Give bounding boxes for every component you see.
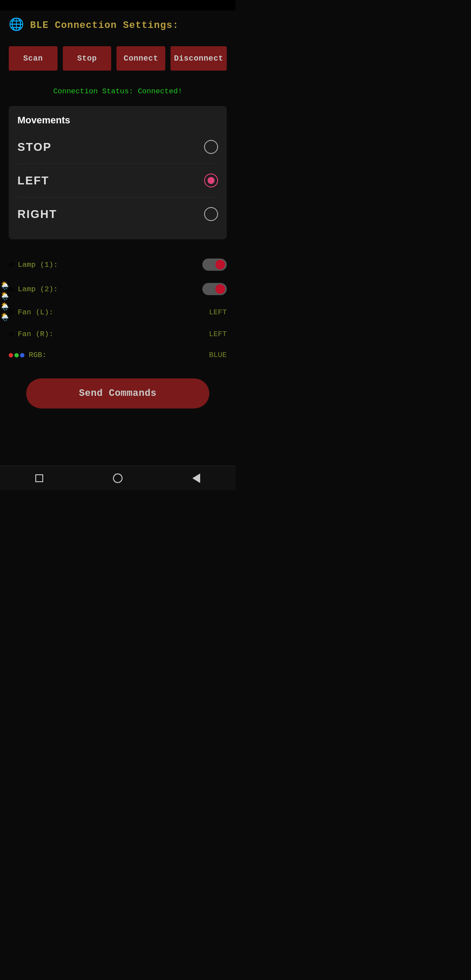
ble-buttons-row: Scan Stop Connect Disconnect <box>0 36 236 79</box>
fan-r-gear-icon: ⚙️ <box>9 329 14 339</box>
fan-l-label-wrap: ⚙️ Fan (L): <box>9 307 53 317</box>
lamp1-toggle-thumb <box>215 260 225 269</box>
disconnect-button[interactable]: Disconnect <box>171 46 227 71</box>
rgb-dots-icon <box>9 353 24 357</box>
lamp1-row: ⚙️ Lamp (1): <box>9 252 227 277</box>
nav-stop-button[interactable] <box>30 469 49 488</box>
movement-stop-row[interactable]: STOP <box>17 130 218 164</box>
globe-icon: 🌐 <box>9 19 24 31</box>
movement-left-row[interactable]: LEFT <box>17 164 218 197</box>
movement-left-label: LEFT <box>17 174 49 187</box>
movements-title: Movements <box>17 115 218 126</box>
fan-r-row: ⚙️ Fan (R): LEFT <box>9 323 227 345</box>
fan-l-row: ⚙️ Fan (L): LEFT <box>9 301 227 323</box>
connection-status: Connection Status: Connected! <box>0 79 236 106</box>
movement-stop-radio[interactable] <box>204 140 218 154</box>
lamp1-gear-icon: ⚙️ <box>9 260 14 269</box>
nav-bar <box>0 466 236 490</box>
movement-right-label: RIGHT <box>17 208 57 221</box>
rgb-green-dot <box>14 353 19 357</box>
rgb-red-dot <box>9 353 13 357</box>
nav-back-button[interactable] <box>187 469 206 488</box>
send-commands-button[interactable]: Send Commands <box>26 378 209 408</box>
movements-card: Movements STOP LEFT RIGHT <box>9 106 227 239</box>
fan-l-label: Fan (L): <box>18 308 54 316</box>
lamp2-toggle-track <box>202 283 227 295</box>
lamp1-label-wrap: ⚙️ Lamp (1): <box>9 260 58 269</box>
controls-section: ⚙️ Lamp (1): ⚙️ Lamp (2): ⚙️ <box>0 248 236 370</box>
status-bar <box>0 0 236 10</box>
lamp2-label-wrap: ⚙️ Lamp (2): <box>9 284 58 294</box>
nav-back-icon <box>192 473 200 483</box>
movement-stop-label: STOP <box>17 140 51 154</box>
fan-r-label-wrap: ⚙️ Fan (R): <box>9 329 53 339</box>
rgb-row: RGB: BLUE <box>9 345 227 365</box>
weather-icons: 🌦️ 🌦️ 🌦️ 🌦️ <box>0 281 10 322</box>
fan-r-label: Fan (R): <box>18 330 54 338</box>
lamp1-toggle[interactable] <box>202 259 227 271</box>
lamp2-toggle[interactable] <box>202 283 227 295</box>
rgb-value: BLUE <box>209 351 227 359</box>
header-title: BLE Connection Settings: <box>30 20 179 31</box>
rgb-label-wrap: RGB: <box>9 351 47 359</box>
lamp2-toggle-thumb <box>215 284 225 294</box>
stop-button[interactable]: Stop <box>63 46 112 71</box>
lamp2-label: Lamp (2): <box>18 285 58 293</box>
connect-button[interactable]: Connect <box>116 46 165 71</box>
lamp1-label: Lamp (1): <box>18 261 58 269</box>
rgb-blue-dot <box>20 353 24 357</box>
fan-r-value: LEFT <box>209 330 227 338</box>
nav-home-button[interactable] <box>108 469 127 488</box>
nav-circle-icon <box>113 473 123 483</box>
rgb-label: RGB: <box>29 351 47 359</box>
lamp1-toggle-track <box>202 259 227 271</box>
lamp2-row: ⚙️ Lamp (2): <box>9 277 227 301</box>
scan-button[interactable]: Scan <box>9 46 58 71</box>
fan-l-value: LEFT <box>209 308 227 316</box>
movement-right-radio[interactable] <box>204 207 218 221</box>
movement-left-radio[interactable] <box>204 174 218 187</box>
movement-right-row[interactable]: RIGHT <box>17 197 218 231</box>
header: 🌐 BLE Connection Settings: <box>0 10 236 36</box>
nav-square-icon <box>35 474 43 482</box>
